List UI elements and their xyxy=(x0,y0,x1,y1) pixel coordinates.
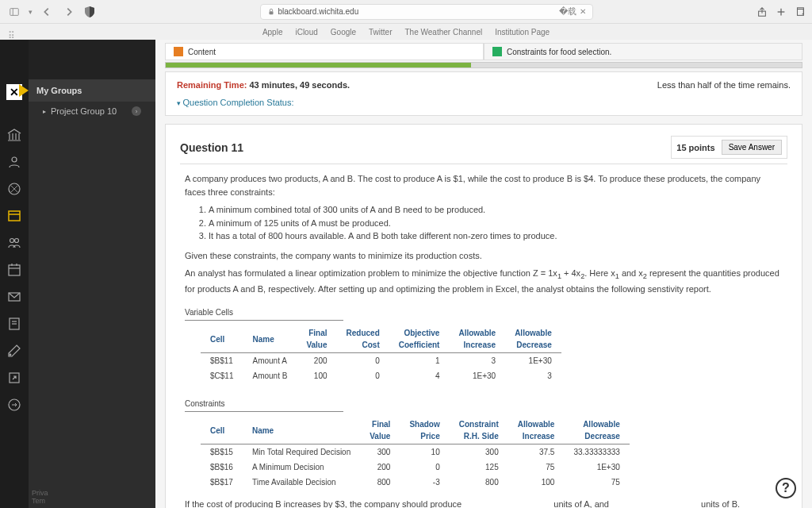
variable-cells-table: CellNameFinalValueReducedCostObjectiveCo… xyxy=(201,325,561,383)
address-bar[interactable]: blackboard.wichita.edu �载 ✕ xyxy=(260,4,593,20)
browser-chrome: ▾ blackboard.wichita.edu �载 ✕ xyxy=(0,0,812,24)
courses-icon[interactable] xyxy=(6,208,22,224)
signout-icon[interactable] xyxy=(6,397,22,413)
url-text: blackboard.wichita.edu xyxy=(278,7,359,16)
remaining-time-value: 43 minutes, 49 seconds. xyxy=(250,80,350,90)
bookmark-icloud[interactable]: iCloud xyxy=(295,28,317,37)
organizations-icon[interactable] xyxy=(6,235,22,251)
tab-content[interactable]: Content xyxy=(165,43,484,60)
constraints-header: Constraints xyxy=(185,398,343,412)
activity-icon[interactable] xyxy=(6,181,22,197)
svg-rect-13 xyxy=(9,265,20,275)
main-sidebar xyxy=(0,40,29,508)
chevron-right-icon[interactable]: › xyxy=(132,106,141,116)
messages-icon[interactable] xyxy=(6,289,22,305)
tab-constraints[interactable]: Constraints for food selection. xyxy=(484,43,802,60)
question-intro: A company produces two products, A and B… xyxy=(185,172,783,198)
institution-icon[interactable] xyxy=(6,127,22,143)
question-part-1: If the cost of producing B increases by … xyxy=(185,498,783,508)
external-icon[interactable] xyxy=(6,370,22,386)
my-groups-header[interactable]: ✕ My Groups xyxy=(29,79,155,102)
question-analyst: An analyst has formulated a linear optim… xyxy=(185,267,783,295)
constraints-tab-icon xyxy=(492,47,502,56)
shield-icon xyxy=(83,6,96,18)
bookmark-institution[interactable]: Institution Page xyxy=(495,28,550,37)
dropdown-chevron[interactable]: ▾ xyxy=(29,8,33,16)
question-completion-status[interactable]: Question Completion Status: xyxy=(177,98,791,107)
progress-bar xyxy=(165,62,802,68)
add-icon[interactable] xyxy=(776,6,787,17)
calendar-icon[interactable] xyxy=(6,262,22,278)
active-arrow-icon xyxy=(19,84,29,97)
bookmark-apple[interactable]: Apple xyxy=(262,28,283,37)
back-button[interactable] xyxy=(39,4,55,20)
question-title: Question 11 xyxy=(180,141,243,154)
translate-icon[interactable]: �载 xyxy=(559,6,576,17)
bookmark-weather[interactable]: The Weather Channel xyxy=(405,28,483,37)
grades-icon[interactable] xyxy=(6,316,22,332)
svg-rect-9 xyxy=(9,211,20,221)
profile-icon[interactable] xyxy=(6,154,22,170)
question-points: 15 points xyxy=(676,143,714,152)
svg-rect-6 xyxy=(798,9,804,15)
variable-cells-header: Variable Cells xyxy=(185,306,343,321)
constraint-3: It has a total of 800 hours available. A… xyxy=(209,229,783,243)
share-icon[interactable] xyxy=(756,6,768,17)
tools-icon[interactable] xyxy=(6,343,22,359)
svg-point-21 xyxy=(10,354,11,356)
remaining-time-label: Remaining Time: xyxy=(177,80,247,90)
footer-links: Priva Tem xyxy=(32,489,48,505)
answer-input-units-b[interactable] xyxy=(611,500,699,508)
sidebar-item-project-group[interactable]: ▸ Project Group 10 › xyxy=(29,102,155,121)
content-tab-icon xyxy=(174,47,183,56)
tabs-icon[interactable] xyxy=(795,6,806,17)
clear-icon[interactable]: ✕ xyxy=(580,7,586,16)
constraint-1: A minimum combined total of 300 units of… xyxy=(209,203,783,217)
bookmarks-bar: Apple iCloud Google Twitter The Weather … xyxy=(0,24,812,40)
my-groups-label: My Groups xyxy=(36,86,82,95)
bookmark-twitter[interactable]: Twitter xyxy=(369,28,392,37)
svg-rect-2 xyxy=(269,11,273,14)
svg-rect-0 xyxy=(10,8,19,15)
constraints-table: CellNameFinalValueShadowPriceConstraintR… xyxy=(201,417,630,490)
svg-point-12 xyxy=(15,239,19,243)
content-area: Content Constraints for food selection. … xyxy=(155,40,812,508)
forward-button[interactable] xyxy=(61,4,77,20)
timer-panel: Remaining Time: 43 minutes, 49 seconds. … xyxy=(165,71,802,116)
constraint-2: A minimum of 125 units of A must be prod… xyxy=(209,217,783,230)
save-answer-button[interactable]: Save Answer xyxy=(722,140,782,155)
question-panel: Question 11 15 points Save Answer A comp… xyxy=(165,124,802,508)
svg-point-11 xyxy=(10,239,14,243)
answer-input-units-a[interactable] xyxy=(464,500,551,508)
project-group-label: Project Group 10 xyxy=(51,106,117,116)
help-button[interactable]: ? xyxy=(776,478,796,498)
svg-point-7 xyxy=(12,157,17,162)
question-given: Given these constraints, the company wan… xyxy=(185,249,783,263)
sidebar-toggle-icon[interactable] xyxy=(6,4,22,20)
bookmark-google[interactable]: Google xyxy=(331,28,356,37)
time-status: Less than half of the time remains. xyxy=(657,80,791,90)
lock-icon xyxy=(267,8,275,16)
course-nav: ✕ My Groups ▸ Project Group 10 › Priva T… xyxy=(29,40,155,508)
